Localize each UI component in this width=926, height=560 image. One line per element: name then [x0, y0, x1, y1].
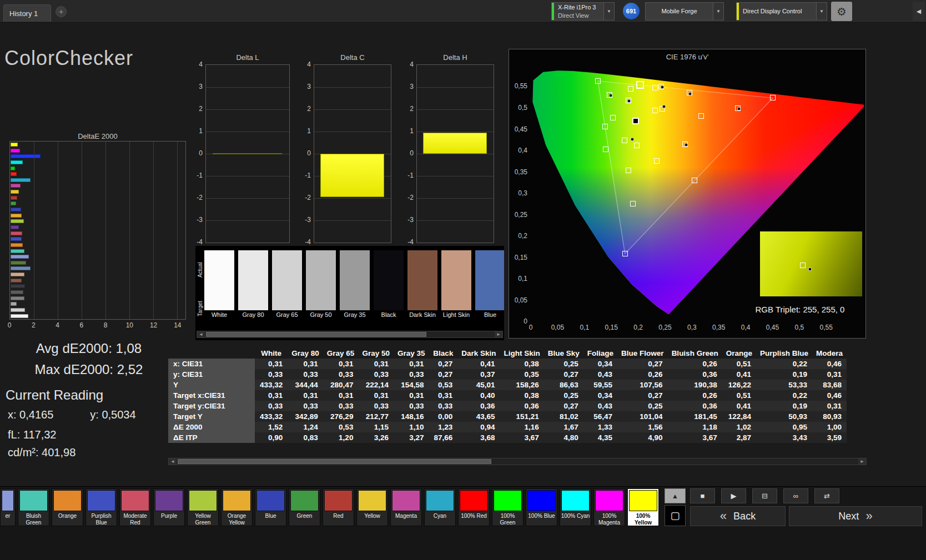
collapse-panel-button[interactable]: ◀ — [913, 2, 925, 21]
play-button[interactable]: ▶ — [721, 488, 746, 503]
table-scrollbar[interactable]: ◄ ► — [168, 458, 867, 465]
table-cell: 0,25 — [617, 401, 668, 411]
patch-button-er[interactable]: er — [0, 488, 16, 526]
gridline — [206, 109, 289, 110]
patch-button-color — [223, 490, 251, 511]
axis-tick-label: 0,5 — [518, 104, 527, 112]
patch-button-100-magenta[interactable]: 100% Magenta — [593, 488, 625, 526]
cie-measured-dot — [631, 137, 635, 141]
scroll-left-icon[interactable]: ◄ — [169, 458, 177, 465]
deltae-bar — [11, 273, 24, 276]
patch-button-red[interactable]: Red — [323, 488, 354, 526]
scroll-right-icon[interactable]: ► — [858, 458, 866, 465]
patch-button-100-red[interactable]: 100% Red — [458, 488, 490, 526]
deltae-bar-row — [11, 284, 185, 288]
add-tab-button[interactable]: + — [56, 6, 67, 17]
deltae-bar-row — [11, 196, 185, 200]
stop-button[interactable]: ■ — [690, 488, 715, 503]
scroll-thumb[interactable] — [178, 459, 491, 464]
cie-target-square — [595, 78, 601, 84]
continuous-button[interactable]: ∞ — [783, 488, 808, 503]
gridline — [314, 220, 391, 221]
strip-patch-target — [407, 283, 437, 310]
table-cell: 0,31 — [255, 359, 288, 369]
gridline — [314, 109, 391, 110]
patch-button-orange[interactable]: Orange — [52, 488, 83, 526]
next-button[interactable]: Next » — [789, 506, 922, 526]
cie-chart-title: CIE 1976 u'v' — [509, 53, 865, 61]
scroll-left-icon[interactable]: ◄ — [197, 331, 205, 337]
back-button[interactable]: « Back — [690, 506, 786, 526]
table-cell: 0,26 — [668, 359, 722, 369]
deltae-bar — [11, 296, 24, 300]
cie-target-square — [654, 158, 660, 164]
table-cell: 1,18 — [668, 422, 722, 432]
deltae-bar — [11, 143, 18, 147]
axis-tick-label: 0,15 — [605, 324, 617, 331]
strip-scrollbar[interactable]: ◄ ► — [197, 331, 503, 338]
tab-history-1[interactable]: History 1 — [3, 4, 51, 22]
patch-button-green[interactable]: Green — [289, 488, 320, 526]
patch-button-orange-yellow[interactable]: Orange Yellow — [221, 488, 253, 526]
patch-button-yellow-green[interactable]: Yellow Green — [187, 488, 219, 526]
strip-patch-actual — [306, 250, 336, 283]
chevron-down-icon[interactable]: ▼ — [816, 3, 827, 20]
chevron-down-icon[interactable]: ▼ — [603, 3, 614, 20]
chevron-down-icon[interactable]: ▼ — [713, 3, 723, 20]
table-header-cell: Light Skin — [500, 348, 544, 359]
cie-whitepoint-square — [632, 118, 639, 124]
strip-patch-label: Blue — [475, 310, 504, 319]
patch-button-label: er — [1, 512, 15, 526]
table-head: WhiteGray 80Gray 65Gray 50Gray 35BlackDa… — [168, 348, 847, 359]
axis-tick-label: -2 — [407, 194, 414, 201]
axis-tick-label: 1 — [199, 127, 203, 135]
scroll-thumb[interactable] — [206, 332, 426, 337]
patch-button-100-cyan[interactable]: 100% Cyan — [560, 488, 591, 526]
table-cell: 3,59 — [812, 432, 847, 443]
table-cell: 0,19 — [756, 401, 812, 411]
display-control-selector[interactable]: Direct Display Control ▼ — [736, 2, 827, 21]
y-axis-labels: 43210-1-2-3-4 — [304, 64, 312, 242]
display-pattern-button[interactable]: ▢ — [665, 505, 686, 526]
axis-tick-label: 0,1 — [580, 324, 589, 331]
patch-button-moderate-red[interactable]: Moderate Red — [119, 488, 151, 526]
patch-button-purplish-blue[interactable]: Purplish Blue — [85, 488, 117, 526]
settings-button[interactable]: ⚙ — [831, 2, 852, 21]
axis-tick-label: 0,55 — [515, 82, 527, 90]
up-button[interactable]: ▲ — [665, 488, 686, 503]
patch-button-cyan[interactable]: Cyan — [424, 488, 456, 526]
cie-target-square — [698, 113, 704, 119]
scroll-right-icon[interactable]: ► — [495, 331, 502, 337]
delta-bar — [213, 153, 282, 154]
patch-button-color — [256, 490, 285, 511]
patch-button-blue[interactable]: Blue — [255, 488, 286, 526]
patch-button-100-green[interactable]: 100% Green — [492, 488, 524, 526]
table-cell: 0,31 — [358, 390, 394, 401]
patch-button-magenta[interactable]: Magenta — [390, 488, 422, 526]
table-cell: 0,90 — [255, 432, 288, 443]
patch-button-color — [595, 490, 623, 511]
patch-button-color — [629, 490, 657, 511]
table-cell: 0,34 — [583, 390, 617, 401]
axis-tick-label: 0,45 — [766, 324, 779, 331]
patch-button-bluish-green[interactable]: Bluish Green — [18, 488, 49, 526]
strip-patch: Gray 65 — [272, 250, 302, 319]
pattern-button[interactable]: ⊟ — [752, 488, 777, 503]
patch-button-yellow[interactable]: Yellow — [356, 488, 388, 526]
strip-patch-color — [441, 250, 471, 310]
table-row: Target y:CIE310,330,330,330,330,330,330,… — [168, 401, 847, 411]
axis-tick-label: 0 — [524, 317, 527, 325]
axis-tick-label: 2 — [410, 105, 414, 113]
gridline — [177, 142, 178, 319]
deltae-bar — [11, 279, 22, 282]
loop-button[interactable]: ⇄ — [814, 488, 839, 503]
meter-selector[interactable]: X-Rite i1Pro 3 Direct View ▼ — [551, 2, 615, 21]
deltae-bar-row — [11, 167, 185, 170]
pattern-source-selector[interactable]: Mobile Forge ▼ — [645, 2, 724, 21]
table-cell: 0,33 — [255, 369, 288, 380]
patch-button-100-blue[interactable]: 100% Blue — [526, 488, 557, 526]
patch-button-purple[interactable]: Purple — [153, 488, 185, 526]
patch-button-100-yellow[interactable]: 100% Yellow — [627, 488, 659, 526]
gridline — [417, 109, 494, 110]
current-fl: fL: 117,32 — [8, 428, 56, 441]
